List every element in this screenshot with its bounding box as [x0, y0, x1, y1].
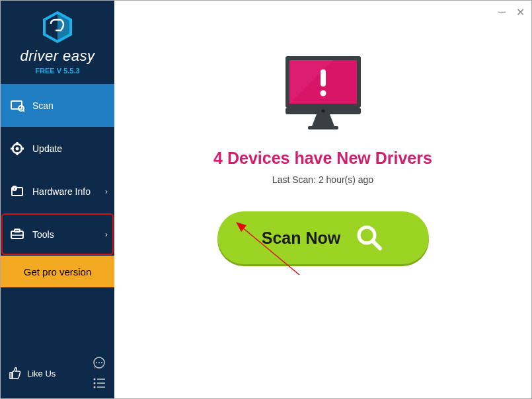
- headline: 4 Devices have New Drivers: [213, 149, 432, 168]
- menu-list-icon[interactable]: [92, 376, 106, 390]
- window: ─ ✕ driver easy FREE V 5.5.3 Scan: [0, 0, 532, 399]
- window-controls: ─ ✕: [498, 6, 525, 18]
- update-icon: [10, 141, 24, 156]
- sidebar: driver easy FREE V 5.5.3 Scan Update i: [1, 1, 114, 398]
- chevron-right-icon: ›: [105, 187, 108, 196]
- thumbs-up-icon: [9, 367, 22, 380]
- sidebar-item-label: Hardware Info: [32, 186, 91, 197]
- monitor-alert-icon: [280, 54, 366, 133]
- last-scan-text: Last Scan: 2 hour(s) ago: [272, 174, 373, 185]
- sidebar-item-label: Tools: [32, 229, 54, 240]
- sidebar-item-label: Scan: [32, 100, 54, 111]
- svg-point-18: [98, 362, 100, 363]
- sidebar-item-hardware-info[interactable]: i Hardware Info ›: [1, 170, 114, 213]
- brand-name: driver easy: [20, 48, 95, 65]
- like-us-button[interactable]: Like Us: [9, 367, 56, 380]
- svg-point-5: [16, 147, 19, 150]
- hardware-info-icon: i: [10, 184, 24, 199]
- main-panel: 4 Devices have New Drivers Last Scan: 2 …: [114, 1, 531, 398]
- svg-point-20: [94, 379, 96, 381]
- tools-icon: [10, 227, 24, 242]
- minimize-button[interactable]: ─: [498, 6, 506, 18]
- sidebar-item-update[interactable]: Update: [1, 127, 114, 170]
- svg-rect-6: [17, 142, 19, 145]
- svg-point-31: [321, 110, 324, 113]
- magnify-icon: [355, 223, 384, 252]
- svg-point-17: [96, 362, 97, 363]
- svg-line-34: [373, 241, 380, 248]
- scan-now-button[interactable]: Scan Now: [217, 211, 429, 264]
- close-button[interactable]: ✕: [516, 6, 525, 18]
- scan-icon: [10, 98, 24, 113]
- svg-point-19: [101, 362, 102, 363]
- svg-rect-8: [11, 147, 14, 149]
- svg-rect-1: [11, 101, 22, 109]
- svg-point-29: [320, 91, 326, 96]
- like-us-label: Like Us: [27, 369, 56, 379]
- logo-icon: [41, 11, 74, 44]
- svg-rect-28: [321, 69, 326, 87]
- chevron-right-icon: ›: [105, 230, 108, 239]
- svg-rect-32: [308, 126, 338, 129]
- feedback-icon[interactable]: [92, 356, 106, 371]
- svg-point-24: [94, 386, 96, 388]
- sidebar-item-scan[interactable]: Scan: [1, 84, 114, 127]
- sidebar-item-tools[interactable]: Tools ›: [1, 213, 114, 256]
- sidebar-item-label: Update: [32, 143, 62, 154]
- scan-now-label: Scan Now: [262, 229, 340, 248]
- logo-area: driver easy FREE V 5.5.3: [1, 1, 114, 84]
- svg-rect-7: [17, 152, 19, 155]
- svg-point-22: [94, 382, 96, 384]
- svg-line-3: [23, 110, 24, 112]
- get-pro-label: Get pro version: [24, 266, 92, 277]
- brand-version: FREE V 5.5.3: [35, 67, 79, 75]
- sidebar-spacer: [1, 287, 114, 351]
- nav: Scan Update i Hardware Info › Tools: [1, 84, 114, 398]
- svg-rect-9: [20, 147, 24, 149]
- sidebar-footer: Like Us: [1, 351, 114, 398]
- footer-icons: [92, 356, 106, 390]
- get-pro-button[interactable]: Get pro version: [1, 256, 114, 287]
